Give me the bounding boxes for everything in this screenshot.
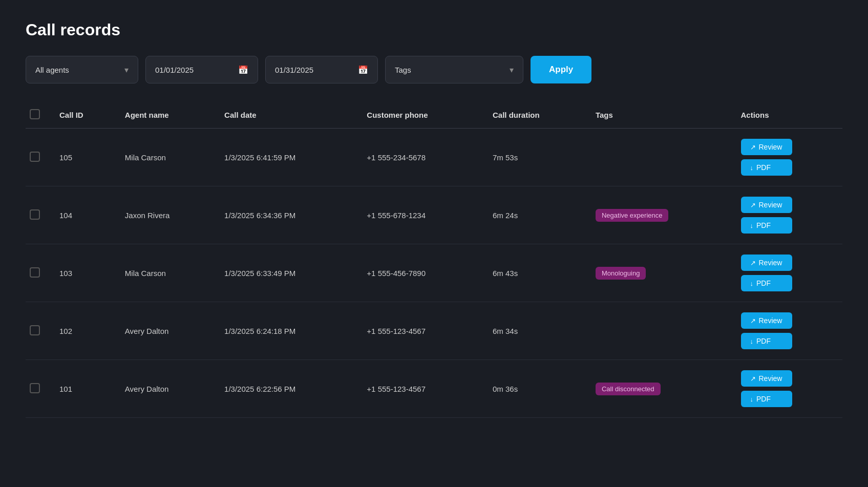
pdf-button[interactable]: PDF [741, 159, 792, 176]
call-date-cell: 1/3/2025 6:34:36 PM [216, 186, 358, 244]
col-agent-name: Agent name [117, 102, 216, 129]
apply-button[interactable]: Apply [531, 56, 591, 83]
row-checkbox[interactable] [30, 325, 40, 335]
tags-dropdown-label: Tags [395, 66, 411, 74]
download-icon [750, 337, 754, 345]
row-checkbox[interactable] [30, 383, 40, 393]
col-call-id: Call ID [51, 102, 117, 129]
col-customer-phone: Customer phone [358, 102, 484, 129]
agents-dropdown[interactable]: All agents ▾ [26, 56, 138, 83]
call-duration-cell: 7m 53s [484, 129, 587, 186]
calendar-icon: 📅 [238, 65, 248, 75]
tag-badge: Call disconnected [596, 383, 661, 395]
select-all-checkbox[interactable] [30, 109, 40, 119]
pdf-button[interactable]: PDF [741, 391, 792, 407]
col-actions: Actions [733, 102, 843, 129]
call-duration-cell: 6m 24s [484, 186, 587, 244]
row-checkbox[interactable] [30, 209, 40, 220]
tag-badge: Monologuing [596, 267, 646, 280]
customer-phone-cell: +1 555-123-4567 [358, 360, 484, 418]
chevron-down-icon: ▾ [510, 65, 514, 75]
table-row: 102Avery Dalton1/3/2025 6:24:18 PM+1 555… [26, 302, 842, 360]
agent-name-cell: Avery Dalton [117, 302, 216, 360]
row-checkbox[interactable] [30, 267, 40, 278]
pdf-button[interactable]: PDF [741, 333, 792, 349]
customer-phone-cell: +1 555-456-7890 [358, 244, 484, 302]
col-tags: Tags [587, 102, 733, 129]
tags-cell: Call disconnected [587, 360, 733, 418]
date-to-value: 01/31/2025 [275, 66, 313, 74]
call-id-cell: 102 [51, 302, 117, 360]
row-checkbox[interactable] [30, 152, 40, 162]
download-icon [750, 279, 754, 287]
call-id-cell: 105 [51, 129, 117, 186]
col-call-duration: Call duration [484, 102, 587, 129]
date-to-picker[interactable]: 01/31/2025 📅 [265, 56, 378, 83]
call-date-cell: 1/3/2025 6:41:59 PM [216, 129, 358, 186]
customer-phone-cell: +1 555-234-5678 [358, 129, 484, 186]
external-link-icon [750, 259, 756, 267]
download-icon [750, 221, 754, 229]
external-link-icon [750, 201, 756, 209]
customer-phone-cell: +1 555-123-4567 [358, 302, 484, 360]
table-row: 103Mila Carson1/3/2025 6:33:49 PM+1 555-… [26, 244, 842, 302]
agent-name-cell: Mila Carson [117, 129, 216, 186]
download-icon [750, 163, 754, 172]
review-button[interactable]: Review [741, 197, 792, 213]
date-from-value: 01/01/2025 [155, 66, 194, 74]
call-id-cell: 101 [51, 360, 117, 418]
review-button[interactable]: Review [741, 255, 792, 271]
actions-cell: Review PDF [733, 360, 843, 418]
call-date-cell: 1/3/2025 6:22:56 PM [216, 360, 358, 418]
calendar-icon: 📅 [358, 65, 368, 75]
review-button[interactable]: Review [741, 139, 792, 155]
date-from-picker[interactable]: 01/01/2025 📅 [145, 56, 258, 83]
external-link-icon [750, 316, 756, 325]
actions-cell: Review PDF [733, 129, 843, 186]
table-row: 101Avery Dalton1/3/2025 6:22:56 PM+1 555… [26, 360, 842, 418]
col-call-date: Call date [216, 102, 358, 129]
actions-cell: Review PDF [733, 186, 843, 244]
table-row: 105Mila Carson1/3/2025 6:41:59 PM+1 555-… [26, 129, 842, 186]
customer-phone-cell: +1 555-678-1234 [358, 186, 484, 244]
call-duration-cell: 6m 34s [484, 302, 587, 360]
pdf-button[interactable]: PDF [741, 275, 792, 291]
call-date-cell: 1/3/2025 6:33:49 PM [216, 244, 358, 302]
pdf-button[interactable]: PDF [741, 217, 792, 234]
call-date-cell: 1/3/2025 6:24:18 PM [216, 302, 358, 360]
call-duration-cell: 0m 36s [484, 360, 587, 418]
actions-cell: Review PDF [733, 302, 843, 360]
external-link-icon [750, 143, 756, 151]
tags-cell [587, 302, 733, 360]
filters-bar: All agents ▾ 01/01/2025 📅 01/31/2025 📅 T… [26, 56, 842, 83]
call-id-cell: 104 [51, 186, 117, 244]
agents-dropdown-label: All agents [35, 66, 69, 74]
agent-name-cell: Avery Dalton [117, 360, 216, 418]
download-icon [750, 395, 754, 403]
review-button[interactable]: Review [741, 370, 792, 387]
actions-cell: Review PDF [733, 244, 843, 302]
page-title: Call records [26, 20, 842, 39]
call-id-cell: 103 [51, 244, 117, 302]
tags-cell: Monologuing [587, 244, 733, 302]
tags-cell [587, 129, 733, 186]
table-row: 104Jaxon Rivera1/3/2025 6:34:36 PM+1 555… [26, 186, 842, 244]
tags-dropdown[interactable]: Tags ▾ [385, 56, 523, 83]
call-duration-cell: 6m 43s [484, 244, 587, 302]
external-link-icon [750, 374, 756, 383]
tag-badge: Negative experience [596, 209, 669, 222]
agent-name-cell: Jaxon Rivera [117, 186, 216, 244]
review-button[interactable]: Review [741, 312, 792, 329]
tags-cell: Negative experience [587, 186, 733, 244]
call-records-table: Call ID Agent name Call date Customer ph… [26, 102, 842, 418]
chevron-down-icon: ▾ [124, 65, 129, 75]
agent-name-cell: Mila Carson [117, 244, 216, 302]
